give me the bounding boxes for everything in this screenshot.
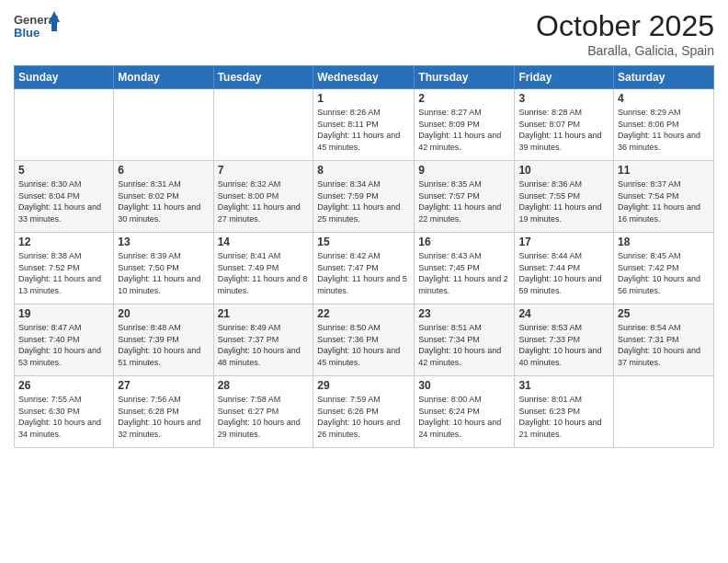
table-row: 9Sunrise: 8:35 AM Sunset: 7:57 PM Daylig… bbox=[415, 161, 515, 233]
cell-content: Sunrise: 8:36 AM Sunset: 7:55 PM Dayligh… bbox=[518, 178, 609, 224]
day-number: 26 bbox=[18, 379, 109, 392]
table-row: 4Sunrise: 8:29 AM Sunset: 8:06 PM Daylig… bbox=[614, 89, 714, 161]
day-number: 20 bbox=[118, 307, 209, 320]
cell-content: Sunrise: 8:00 AM Sunset: 6:24 PM Dayligh… bbox=[418, 394, 510, 440]
table-row bbox=[213, 89, 313, 161]
table-row: 20Sunrise: 8:48 AM Sunset: 7:39 PM Dayli… bbox=[114, 304, 213, 376]
table-row: 8Sunrise: 8:34 AM Sunset: 7:59 PM Daylig… bbox=[313, 161, 415, 233]
table-row: 11Sunrise: 8:37 AM Sunset: 7:54 PM Dayli… bbox=[614, 161, 714, 233]
table-row: 24Sunrise: 8:53 AM Sunset: 7:33 PM Dayli… bbox=[515, 304, 614, 376]
table-row: 30Sunrise: 8:00 AM Sunset: 6:24 PM Dayli… bbox=[415, 376, 515, 448]
day-number: 28 bbox=[218, 379, 310, 392]
table-row bbox=[15, 89, 114, 161]
day-number: 5 bbox=[18, 164, 109, 177]
cell-content: Sunrise: 8:37 AM Sunset: 7:54 PM Dayligh… bbox=[618, 178, 710, 224]
table-row: 2Sunrise: 8:27 AM Sunset: 8:09 PM Daylig… bbox=[415, 89, 515, 161]
table-row: 10Sunrise: 8:36 AM Sunset: 7:55 PM Dayli… bbox=[515, 161, 614, 233]
cell-content: Sunrise: 8:27 AM Sunset: 8:09 PM Dayligh… bbox=[418, 107, 510, 153]
table-row: 5Sunrise: 8:30 AM Sunset: 8:04 PM Daylig… bbox=[15, 161, 114, 233]
calendar: Sunday Monday Tuesday Wednesday Thursday… bbox=[14, 65, 714, 448]
day-number: 11 bbox=[618, 164, 710, 177]
col-friday: Friday bbox=[515, 66, 614, 89]
table-row: 17Sunrise: 8:44 AM Sunset: 7:44 PM Dayli… bbox=[515, 233, 614, 304]
cell-content: Sunrise: 8:34 AM Sunset: 7:59 PM Dayligh… bbox=[317, 178, 410, 224]
day-number: 7 bbox=[218, 164, 310, 177]
col-thursday: Thursday bbox=[415, 66, 515, 89]
table-row: 19Sunrise: 8:47 AM Sunset: 7:40 PM Dayli… bbox=[15, 304, 114, 376]
cell-content: Sunrise: 8:32 AM Sunset: 8:00 PM Dayligh… bbox=[218, 178, 310, 224]
cell-content: Sunrise: 8:35 AM Sunset: 7:57 PM Dayligh… bbox=[418, 178, 510, 224]
day-number: 23 bbox=[418, 307, 510, 320]
day-number: 12 bbox=[18, 236, 109, 248]
cell-content: Sunrise: 7:56 AM Sunset: 6:28 PM Dayligh… bbox=[118, 394, 209, 440]
table-row: 31Sunrise: 8:01 AM Sunset: 6:23 PM Dayli… bbox=[515, 376, 614, 448]
calendar-header-row: Sunday Monday Tuesday Wednesday Thursday… bbox=[15, 66, 714, 89]
cell-content: Sunrise: 8:48 AM Sunset: 7:39 PM Dayligh… bbox=[118, 322, 209, 368]
day-number: 19 bbox=[18, 307, 109, 320]
cell-content: Sunrise: 8:44 AM Sunset: 7:44 PM Dayligh… bbox=[518, 250, 609, 296]
table-row: 14Sunrise: 8:41 AM Sunset: 7:49 PM Dayli… bbox=[213, 233, 313, 304]
table-row: 25Sunrise: 8:54 AM Sunset: 7:31 PM Dayli… bbox=[614, 304, 714, 376]
cell-content: Sunrise: 8:54 AM Sunset: 7:31 PM Dayligh… bbox=[618, 322, 710, 368]
table-row: 15Sunrise: 8:42 AM Sunset: 7:47 PM Dayli… bbox=[313, 233, 415, 304]
day-number: 2 bbox=[418, 92, 510, 105]
table-row bbox=[614, 376, 714, 448]
table-row: 28Sunrise: 7:58 AM Sunset: 6:27 PM Dayli… bbox=[213, 376, 313, 448]
table-row: 16Sunrise: 8:43 AM Sunset: 7:45 PM Dayli… bbox=[415, 233, 515, 304]
logo-svg: General Blue bbox=[14, 9, 60, 48]
table-row: 29Sunrise: 7:59 AM Sunset: 6:26 PM Dayli… bbox=[313, 376, 415, 448]
day-number: 8 bbox=[317, 164, 410, 177]
location: Baralla, Galicia, Spain bbox=[536, 43, 714, 58]
cell-content: Sunrise: 8:26 AM Sunset: 8:11 PM Dayligh… bbox=[317, 107, 410, 153]
day-number: 1 bbox=[317, 92, 410, 105]
day-number: 14 bbox=[218, 236, 310, 248]
cell-content: Sunrise: 8:53 AM Sunset: 7:33 PM Dayligh… bbox=[518, 322, 609, 368]
table-row bbox=[114, 89, 213, 161]
day-number: 29 bbox=[317, 379, 410, 392]
day-number: 6 bbox=[118, 164, 209, 177]
cell-content: Sunrise: 7:55 AM Sunset: 6:30 PM Dayligh… bbox=[18, 394, 109, 440]
cell-content: Sunrise: 8:50 AM Sunset: 7:36 PM Dayligh… bbox=[317, 322, 410, 368]
table-row: 18Sunrise: 8:45 AM Sunset: 7:42 PM Dayli… bbox=[614, 233, 714, 304]
table-row: 6Sunrise: 8:31 AM Sunset: 8:02 PM Daylig… bbox=[114, 161, 213, 233]
table-row: 7Sunrise: 8:32 AM Sunset: 8:00 PM Daylig… bbox=[213, 161, 313, 233]
title-block: October 2025 Baralla, Galicia, Spain bbox=[536, 9, 714, 58]
calendar-week-3: 12Sunrise: 8:38 AM Sunset: 7:52 PM Dayli… bbox=[15, 233, 714, 304]
day-number: 4 bbox=[618, 92, 710, 105]
day-number: 30 bbox=[418, 379, 510, 392]
table-row: 1Sunrise: 8:26 AM Sunset: 8:11 PM Daylig… bbox=[313, 89, 415, 161]
calendar-week-5: 26Sunrise: 7:55 AM Sunset: 6:30 PM Dayli… bbox=[15, 376, 714, 448]
cell-content: Sunrise: 8:45 AM Sunset: 7:42 PM Dayligh… bbox=[618, 250, 710, 296]
col-saturday: Saturday bbox=[614, 66, 714, 89]
day-number: 22 bbox=[317, 307, 410, 320]
day-number: 9 bbox=[418, 164, 510, 177]
cell-content: Sunrise: 8:29 AM Sunset: 8:06 PM Dayligh… bbox=[618, 107, 710, 153]
cell-content: Sunrise: 8:39 AM Sunset: 7:50 PM Dayligh… bbox=[118, 250, 209, 296]
table-row: 22Sunrise: 8:50 AM Sunset: 7:36 PM Dayli… bbox=[313, 304, 415, 376]
header: General Blue October 2025 Baralla, Galic… bbox=[14, 9, 714, 58]
cell-content: Sunrise: 8:01 AM Sunset: 6:23 PM Dayligh… bbox=[518, 394, 609, 440]
day-number: 21 bbox=[218, 307, 310, 320]
table-row: 12Sunrise: 8:38 AM Sunset: 7:52 PM Dayli… bbox=[15, 233, 114, 304]
day-number: 16 bbox=[418, 236, 510, 248]
cell-content: Sunrise: 8:47 AM Sunset: 7:40 PM Dayligh… bbox=[18, 322, 109, 368]
cell-content: Sunrise: 7:59 AM Sunset: 6:26 PM Dayligh… bbox=[317, 394, 410, 440]
day-number: 15 bbox=[317, 236, 410, 248]
table-row: 23Sunrise: 8:51 AM Sunset: 7:34 PM Dayli… bbox=[415, 304, 515, 376]
day-number: 10 bbox=[518, 164, 609, 177]
calendar-week-4: 19Sunrise: 8:47 AM Sunset: 7:40 PM Dayli… bbox=[15, 304, 714, 376]
table-row: 13Sunrise: 8:39 AM Sunset: 7:50 PM Dayli… bbox=[114, 233, 213, 304]
cell-content: Sunrise: 8:31 AM Sunset: 8:02 PM Dayligh… bbox=[118, 178, 209, 224]
day-number: 27 bbox=[118, 379, 209, 392]
day-number: 3 bbox=[518, 92, 609, 105]
day-number: 13 bbox=[118, 236, 209, 248]
col-wednesday: Wednesday bbox=[313, 66, 415, 89]
logo: General Blue bbox=[14, 9, 60, 48]
day-number: 24 bbox=[518, 307, 609, 320]
cell-content: Sunrise: 8:43 AM Sunset: 7:45 PM Dayligh… bbox=[418, 250, 510, 296]
col-monday: Monday bbox=[114, 66, 213, 89]
cell-content: Sunrise: 8:30 AM Sunset: 8:04 PM Dayligh… bbox=[18, 178, 109, 224]
svg-text:Blue: Blue bbox=[14, 26, 40, 40]
day-number: 25 bbox=[618, 307, 710, 320]
day-number: 18 bbox=[618, 236, 710, 248]
